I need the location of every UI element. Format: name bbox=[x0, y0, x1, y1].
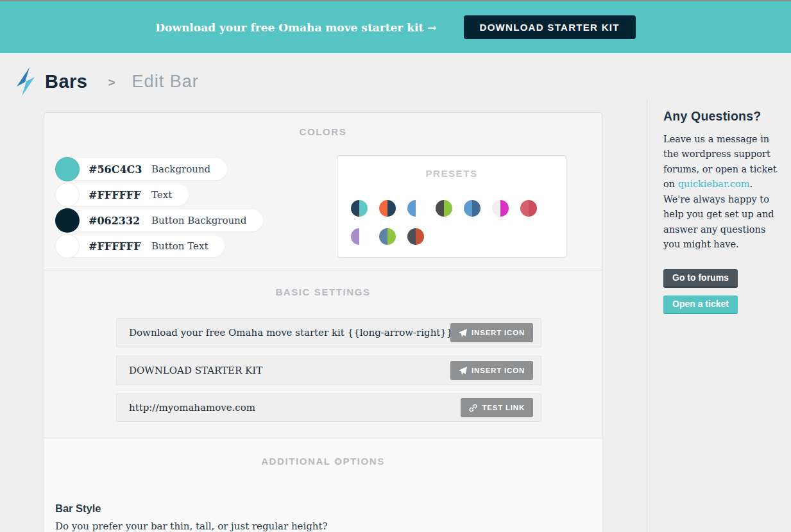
color-swatch-circle[interactable] bbox=[55, 234, 80, 258]
color-swatch-label: Text bbox=[151, 189, 172, 201]
color-hex-value: #FFFFFF bbox=[89, 240, 151, 253]
color-swatch-row-button-background[interactable]: #062332 Button Background bbox=[55, 208, 263, 233]
preset-swatch-grid bbox=[351, 200, 537, 256]
bar-text-field-row: INSERT ICON bbox=[116, 318, 541, 347]
edit-bar-panel: COLORS #56C4C3 Background #FFFFFF Text bbox=[44, 112, 602, 532]
additional-options-title: ADDITIONAL OPTIONS bbox=[44, 438, 602, 467]
paper-plane-icon bbox=[459, 329, 467, 337]
preset-swatch[interactable] bbox=[492, 200, 509, 217]
insert-icon-button[interactable]: INSERT ICON bbox=[450, 323, 533, 342]
link-url-field-row: TEST LINK bbox=[116, 394, 541, 422]
color-swatch-row-background[interactable]: #56C4C3 Background bbox=[55, 157, 263, 181]
preset-swatch[interactable] bbox=[436, 200, 452, 217]
color-swatch-circle[interactable] bbox=[55, 183, 80, 207]
basic-settings-section: BASIC SETTINGS INSERT ICON INSERT ICO bbox=[44, 270, 602, 438]
color-swatch-label: Background bbox=[151, 163, 210, 175]
color-swatch-list: #56C4C3 Background #FFFFFF Text #062332 … bbox=[55, 157, 263, 260]
open-a-ticket-button[interactable]: Open a ticket bbox=[663, 295, 738, 314]
color-swatch-label: Button Background bbox=[151, 215, 246, 226]
additional-options-section: ADDITIONAL OPTIONS Bar Style Do you pref… bbox=[44, 438, 602, 532]
color-swatch-circle[interactable] bbox=[55, 157, 80, 181]
help-sidebar-heading: Any Questions? bbox=[663, 109, 791, 124]
color-swatch-circle[interactable] bbox=[55, 208, 80, 233]
preset-swatch[interactable] bbox=[379, 200, 396, 217]
color-swatch-pill: #56C4C3 Background bbox=[56, 158, 227, 180]
bar-preview: Download your free Omaha move starter ki… bbox=[0, 1, 791, 53]
color-swatch-pill: #062332 Button Background bbox=[56, 210, 263, 231]
basic-settings-title: BASIC SETTINGS bbox=[44, 270, 602, 297]
test-link-label: TEST LINK bbox=[482, 404, 525, 411]
color-hex-value: #56C4C3 bbox=[89, 163, 151, 176]
preset-swatch[interactable] bbox=[464, 200, 481, 217]
button-text-input[interactable] bbox=[129, 365, 450, 376]
bar-preview-message: Download your free Omaha move starter ki… bbox=[155, 21, 436, 34]
preset-swatch[interactable] bbox=[520, 200, 537, 217]
basic-settings-fields: INSERT ICON INSERT ICON bbox=[116, 318, 541, 430]
quickiebar-link[interactable]: quickiebar.com bbox=[678, 179, 750, 189]
colors-section: COLORS #56C4C3 Background #FFFFFF Text bbox=[44, 113, 602, 270]
button-text-field-row: INSERT ICON bbox=[116, 356, 541, 385]
preset-swatch[interactable] bbox=[407, 228, 424, 245]
color-swatch-pill: #FFFFFF Button Text bbox=[56, 235, 225, 257]
page-title: Edit Bar bbox=[132, 72, 199, 92]
go-to-forums-button[interactable]: Go to forums bbox=[663, 269, 738, 288]
breadcrumb-bars[interactable]: Bars bbox=[45, 71, 88, 92]
preset-swatch[interactable] bbox=[351, 200, 368, 217]
colors-section-title: COLORS bbox=[44, 113, 602, 137]
bar-style-description: Do you prefer your bar thin, tall, or ju… bbox=[55, 520, 328, 532]
color-swatch-row-button-text[interactable]: #FFFFFF Button Text bbox=[55, 234, 263, 258]
preset-swatch[interactable] bbox=[379, 228, 396, 245]
help-sidebar: Any Questions? Leave us a message in the… bbox=[647, 99, 791, 532]
bar-style-heading: Bar Style bbox=[55, 503, 101, 515]
insert-icon-button[interactable]: INSERT ICON bbox=[450, 361, 533, 380]
color-hex-value: #FFFFFF bbox=[89, 189, 151, 201]
test-link-button[interactable]: TEST LINK bbox=[461, 398, 533, 417]
presets-panel: PRESETS bbox=[337, 155, 566, 258]
insert-icon-label: INSERT ICON bbox=[472, 329, 525, 337]
link-icon bbox=[469, 404, 477, 412]
help-text-after-link: . We're always happy to help you get set… bbox=[663, 179, 774, 249]
help-sidebar-text: Leave us a message in the wordpress supp… bbox=[663, 132, 780, 253]
presets-title: PRESETS bbox=[337, 156, 566, 179]
breadcrumb-separator: > bbox=[108, 76, 115, 90]
paper-plane-icon bbox=[459, 367, 467, 375]
preset-swatch[interactable] bbox=[351, 228, 368, 245]
bar-preview-button[interactable]: DOWNLOAD STARTER KIT bbox=[464, 15, 636, 39]
insert-icon-label: INSERT ICON bbox=[472, 367, 525, 374]
bar-text-input[interactable] bbox=[129, 327, 450, 338]
color-swatch-row-text[interactable]: #FFFFFF Text bbox=[55, 183, 263, 207]
color-hex-value: #062332 bbox=[89, 215, 151, 227]
link-url-input[interactable] bbox=[129, 402, 461, 413]
color-swatch-label: Button Text bbox=[151, 240, 208, 252]
preset-swatch[interactable] bbox=[407, 200, 424, 217]
quickiebar-bolt-icon bbox=[16, 67, 35, 97]
